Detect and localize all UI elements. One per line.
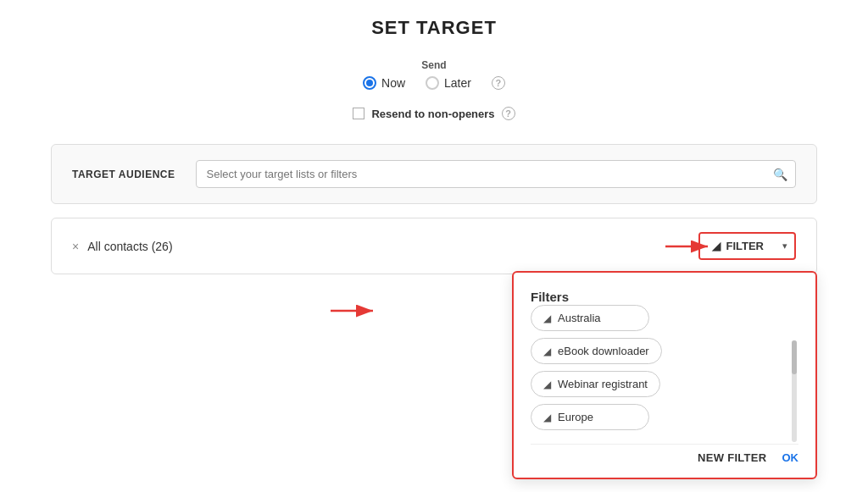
- filter-item-australia[interactable]: ◢ Australia: [531, 305, 649, 331]
- send-options: Now Later ?: [363, 76, 505, 90]
- red-arrow-panel: [331, 301, 381, 321]
- filter-label: FILTER: [726, 240, 764, 252]
- contacts-row: × All contacts (26) ◢ FILTER ▾: [51, 218, 817, 274]
- new-filter-button[interactable]: NEW FILTER: [698, 451, 766, 464]
- search-input-wrapper: 🔍: [196, 160, 797, 188]
- page-container: SET TARGET Send Now Later ? Resend to no…: [0, 0, 868, 492]
- filter-chevron-button[interactable]: ▾: [776, 235, 794, 257]
- search-icon: 🔍: [773, 168, 787, 181]
- radio-now-dot: [366, 80, 373, 86]
- filter-item-label-3: Europe: [558, 411, 593, 423]
- filters-panel-title: Filters: [531, 290, 569, 304]
- filter-item-ebook[interactable]: ◢ eBook downloader: [531, 338, 662, 364]
- arrow-to-filter: [665, 236, 716, 257]
- radio-later-label: Later: [444, 76, 471, 90]
- filter-item-label-2: Webinar registrant: [558, 378, 648, 390]
- scrollbar[interactable]: [792, 340, 797, 442]
- filter-funnel-icon-0: ◢: [543, 312, 551, 324]
- resend-checkbox[interactable]: [353, 108, 364, 119]
- filters-dropdown: Filters ◢ Australia ◢ eBook downloader ◢…: [512, 271, 817, 479]
- ok-button[interactable]: OK: [782, 451, 799, 464]
- target-audience-label: TARGET AUDIENCE: [72, 169, 175, 180]
- radio-now[interactable]: Now: [363, 76, 405, 90]
- page-title: SET TARGET: [51, 17, 817, 39]
- target-audience-card: TARGET AUDIENCE 🔍: [51, 144, 817, 204]
- filter-item-europe[interactable]: ◢ Europe: [531, 404, 649, 430]
- red-arrow-filter: [665, 236, 716, 257]
- radio-now-circle: [363, 76, 376, 90]
- filter-item-label-0: Australia: [558, 312, 601, 324]
- filter-funnel-icon-3: ◢: [543, 412, 551, 423]
- resend-section: Resend to non-openers ?: [51, 107, 817, 120]
- resend-label: Resend to non-openers: [371, 108, 494, 120]
- target-audience-search-input[interactable]: [196, 160, 797, 188]
- radio-later-circle: [426, 76, 439, 90]
- filters-footer: NEW FILTER OK: [531, 444, 798, 464]
- chevron-down-icon: ▾: [782, 240, 787, 251]
- radio-later[interactable]: Later: [426, 76, 471, 90]
- radio-now-label: Now: [381, 76, 405, 90]
- contacts-left: × All contacts (26): [72, 240, 173, 253]
- filter-item-webinar[interactable]: ◢ Webinar registrant: [531, 371, 660, 397]
- send-help-icon[interactable]: ?: [492, 76, 505, 90]
- scrollbar-thumb: [792, 340, 797, 374]
- send-label: Send: [421, 59, 446, 71]
- resend-help-icon[interactable]: ?: [502, 107, 515, 120]
- send-section: Send Now Later ?: [51, 59, 817, 90]
- filter-funnel-icon-2: ◢: [543, 379, 551, 390]
- contacts-text: All contacts (26): [87, 240, 172, 253]
- close-contacts-icon[interactable]: ×: [72, 240, 79, 253]
- filter-funnel-icon-1: ◢: [543, 346, 551, 357]
- arrow-to-filters-panel: [331, 301, 381, 321]
- filter-item-label-1: eBook downloader: [558, 345, 649, 357]
- search-icon-button[interactable]: 🔍: [773, 168, 787, 181]
- filter-items-list: ◢ Australia ◢ eBook downloader ◢ Webinar…: [531, 305, 798, 430]
